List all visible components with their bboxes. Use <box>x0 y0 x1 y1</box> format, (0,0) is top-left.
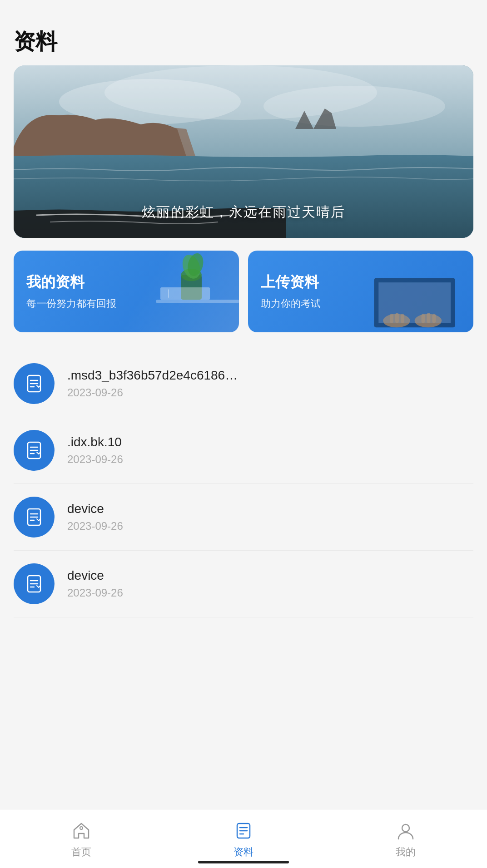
svg-point-3 <box>263 86 445 127</box>
header: 资料 <box>0 0 487 65</box>
file-item[interactable]: .msd3_b3f36b57d2e4c6186… 2023-09-26 <box>14 350 473 417</box>
file-name-3: device <box>67 568 473 583</box>
upload-card-content: 上传资料 助力你的考试 <box>261 272 321 311</box>
card-bg-decoration-right <box>338 251 473 332</box>
card-content: 我的资料 每一份努力都有回报 <box>26 272 116 311</box>
file-date-0: 2023-09-26 <box>67 386 473 399</box>
page-title: 资料 <box>14 27 473 56</box>
upload-card-subtitle: 助力你的考试 <box>261 297 321 311</box>
card-title: 我的资料 <box>26 272 116 292</box>
profile-icon <box>394 819 417 843</box>
svg-point-43 <box>402 824 409 832</box>
file-list: .msd3_b3f36b57d2e4c6186… 2023-09-26 .idx… <box>14 350 473 617</box>
page: 资料 <box>0 0 487 868</box>
file-name-2: device <box>67 502 473 516</box>
file-name-0: .msd3_b3f36b57d2e4c6186… <box>67 368 473 383</box>
nav-label-profile: 我的 <box>396 845 416 859</box>
home-indicator <box>198 861 289 863</box>
svg-rect-8 <box>156 300 239 303</box>
file-icon-1 <box>14 430 55 471</box>
nav-label-home: 首页 <box>71 845 91 859</box>
card-bg-decoration <box>115 251 239 332</box>
upload-materials-card[interactable]: 上传资料 助力你的考试 <box>248 251 473 332</box>
upload-card-title: 上传资料 <box>261 272 321 292</box>
file-icon-0 <box>14 363 55 404</box>
bottom-nav: 首页 资料 我的 <box>0 809 487 868</box>
file-date-3: 2023-09-26 <box>67 587 473 599</box>
file-name-1: .idx.bk.10 <box>67 435 473 449</box>
file-date-2: 2023-09-26 <box>67 520 473 533</box>
file-item[interactable]: device 2023-09-26 <box>14 551 473 617</box>
file-item[interactable]: device 2023-09-26 <box>14 484 473 551</box>
file-info-3: device 2023-09-26 <box>67 568 473 599</box>
hero-banner[interactable]: 炫丽的彩虹，永远在雨过天晴后 <box>14 65 473 238</box>
nav-label-materials: 资料 <box>234 845 253 859</box>
file-info-1: .idx.bk.10 2023-09-26 <box>67 435 473 466</box>
materials-icon <box>232 819 255 843</box>
card-subtitle: 每一份努力都有回报 <box>26 297 116 311</box>
banner-text: 炫丽的彩虹，永远在雨过天晴后 <box>14 203 473 222</box>
file-icon-2 <box>14 497 55 538</box>
nav-item-materials[interactable]: 资料 <box>214 819 273 859</box>
svg-rect-9 <box>160 287 210 300</box>
file-info-0: .msd3_b3f36b57d2e4c6186… 2023-09-26 <box>67 368 473 399</box>
svg-rect-21 <box>379 282 451 323</box>
my-materials-card[interactable]: 我的资料 每一份努力都有回报 <box>14 251 239 332</box>
file-date-1: 2023-09-26 <box>67 453 473 466</box>
nav-item-profile[interactable]: 我的 <box>376 819 436 859</box>
file-info-2: device 2023-09-26 <box>67 502 473 533</box>
file-icon-3 <box>14 563 55 604</box>
card-row: 我的资料 每一份努力都有回报 <box>14 251 473 332</box>
home-icon <box>70 819 93 843</box>
main-content: 炫丽的彩虹，永远在雨过天晴后 <box>0 65 487 868</box>
svg-point-38 <box>80 827 83 829</box>
nav-item-home[interactable]: 首页 <box>51 819 111 859</box>
file-item[interactable]: .idx.bk.10 2023-09-26 <box>14 417 473 484</box>
